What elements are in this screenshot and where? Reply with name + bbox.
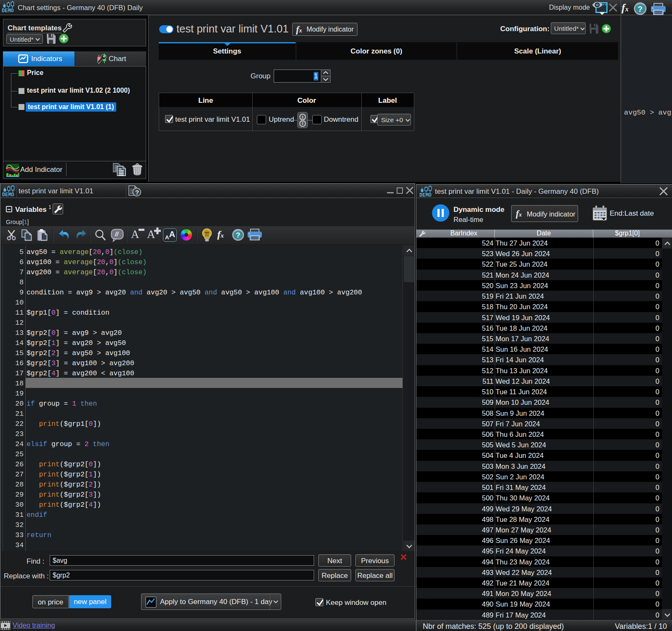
svg-text:DEMO: DEMO [2, 192, 14, 197]
svg-text:?: ? [638, 5, 643, 13]
svg-text:DEMO: DEMO [419, 193, 432, 197]
svg-text:?: ? [236, 231, 240, 239]
svg-text:DEMO: DEMO [2, 8, 14, 13]
svg-text:?: ? [135, 189, 139, 196]
